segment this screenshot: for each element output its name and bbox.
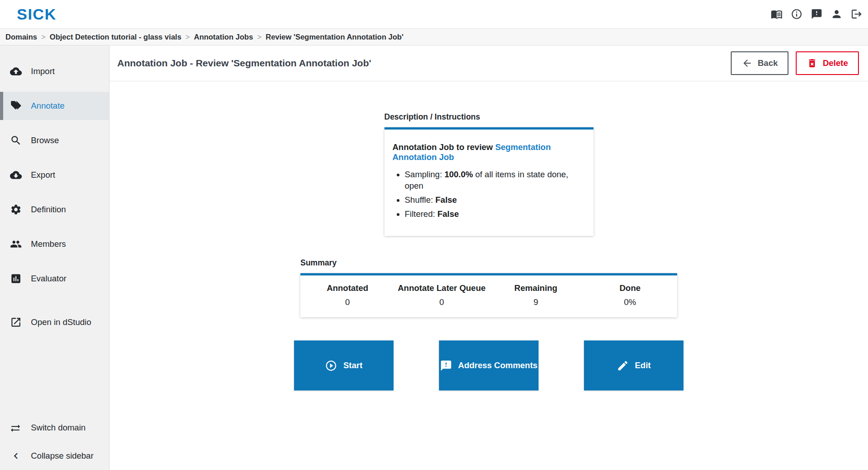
user-icon[interactable] bbox=[830, 8, 843, 20]
summary-value: 0 bbox=[394, 297, 489, 307]
pencil-icon bbox=[617, 360, 629, 372]
logout-icon[interactable] bbox=[850, 8, 863, 20]
tags-icon bbox=[10, 100, 22, 112]
actions-row: Start Address Comments Edit bbox=[294, 340, 683, 390]
description-section: Description / Instructions Annotation Jo… bbox=[384, 112, 594, 236]
sidebar-item-label: Annotate bbox=[31, 101, 65, 111]
summary-card: Annotated 0 Annotate Later Queue 0 Remai… bbox=[300, 273, 677, 317]
sidebar-item-label: Export bbox=[31, 170, 55, 180]
sidebar-item-switch-domain[interactable]: Switch domain bbox=[0, 414, 109, 442]
summary-value: 0% bbox=[583, 297, 677, 307]
cloud-upload-icon bbox=[10, 65, 22, 77]
info-icon[interactable] bbox=[790, 8, 803, 20]
comment-exclamation-icon bbox=[440, 360, 452, 372]
sidebar: Import Annotate Browse Export Definition… bbox=[0, 45, 110, 470]
breadcrumb-separator: > bbox=[257, 33, 262, 41]
sidebar-item-collapse-sidebar[interactable]: Collapse sidebar bbox=[0, 442, 109, 470]
breadcrumb-separator: > bbox=[185, 33, 190, 41]
summary-col-remaining: Remaining 9 bbox=[489, 283, 583, 317]
bullet-filtered: Filtered: False bbox=[405, 208, 585, 220]
sick-logo: SICK bbox=[17, 5, 56, 23]
bullet-prefix: Sampling: bbox=[405, 170, 444, 179]
play-circle-icon bbox=[325, 360, 337, 372]
sidebar-item-definition[interactable]: Definition bbox=[0, 195, 109, 224]
sidebar-footer: Switch domain Collapse sidebar bbox=[0, 414, 109, 470]
description-card: Annotation Job to review Segmentation An… bbox=[384, 127, 594, 236]
start-button-label: Start bbox=[343, 360, 362, 370]
summary-col-annotate-later-queue: Annotate Later Queue 0 bbox=[394, 283, 489, 317]
page-title: Annotation Job - Review 'Segmentation An… bbox=[117, 58, 371, 69]
sidebar-item-browse[interactable]: Browse bbox=[0, 126, 109, 155]
address-comments-button-label: Address Comments bbox=[458, 360, 538, 370]
feedback-icon[interactable] bbox=[810, 8, 823, 20]
sidebar-item-label: Switch domain bbox=[31, 423, 85, 433]
content-body: Description / Instructions Annotation Jo… bbox=[110, 81, 868, 390]
summary-label: Done bbox=[583, 283, 677, 293]
sidebar-item-label: Browse bbox=[31, 135, 59, 145]
topbar-icon-group bbox=[770, 8, 863, 20]
start-button[interactable]: Start bbox=[294, 340, 394, 390]
arrow-left-icon bbox=[742, 58, 753, 69]
documentation-icon[interactable] bbox=[770, 8, 783, 20]
back-button-label: Back bbox=[758, 58, 778, 68]
sidebar-item-label: Members bbox=[31, 239, 66, 249]
search-icon bbox=[10, 135, 22, 146]
content-area: Annotation Job - Review 'Segmentation An… bbox=[110, 45, 868, 470]
gear-icon bbox=[10, 204, 22, 215]
top-bar: SICK bbox=[0, 0, 868, 28]
sidebar-item-label: Collapse sidebar bbox=[31, 451, 94, 461]
breadcrumb-separator: > bbox=[41, 33, 46, 41]
summary-label: Annotated bbox=[300, 283, 394, 293]
bullet-prefix: Shuffle: bbox=[405, 195, 436, 205]
sidebar-item-label: Definition bbox=[31, 205, 66, 215]
swap-arrows-icon bbox=[10, 422, 22, 434]
delete-button-label: Delete bbox=[823, 58, 848, 68]
header-buttons: Back Delete bbox=[731, 51, 859, 75]
main-row: Import Annotate Browse Export Definition… bbox=[0, 45, 868, 470]
back-button[interactable]: Back bbox=[731, 51, 788, 75]
description-bullet-list: Sampling: 100.0% of all items in state d… bbox=[393, 169, 585, 220]
address-comments-button[interactable]: Address Comments bbox=[439, 340, 539, 390]
bullet-prefix: Filtered: bbox=[405, 209, 438, 219]
edit-button[interactable]: Edit bbox=[584, 340, 683, 390]
description-heading: Description / Instructions bbox=[384, 112, 594, 122]
summary-heading: Summary bbox=[300, 258, 677, 268]
sidebar-item-annotate[interactable]: Annotate bbox=[0, 92, 109, 120]
breadcrumb: Domains > Object Detection tutorial - gl… bbox=[0, 28, 868, 45]
bullet-bold-value: False bbox=[437, 209, 459, 219]
people-icon bbox=[10, 238, 22, 250]
summary-section: Summary Annotated 0 Annotate Later Queue… bbox=[300, 258, 677, 317]
bar-chart-icon bbox=[10, 273, 22, 285]
summary-col-annotated: Annotated 0 bbox=[300, 283, 394, 317]
sidebar-item-import[interactable]: Import bbox=[0, 57, 109, 85]
sidebar-item-label: Evaluator bbox=[31, 274, 66, 284]
summary-label: Remaining bbox=[489, 283, 583, 293]
summary-col-done: Done 0% bbox=[583, 283, 677, 317]
sidebar-item-members[interactable]: Members bbox=[0, 230, 109, 258]
breadcrumb-domain[interactable]: Object Detection tutorial - glass vials bbox=[50, 33, 181, 41]
sidebar-item-evaluator[interactable]: Evaluator bbox=[0, 265, 109, 293]
sidebar-item-label: Import bbox=[31, 66, 55, 76]
summary-value: 9 bbox=[489, 297, 583, 307]
edit-button-label: Edit bbox=[635, 360, 651, 370]
bullet-bold-value: 100.0% bbox=[444, 170, 473, 179]
cloud-download-icon bbox=[10, 169, 22, 181]
breadcrumb-annotation-jobs[interactable]: Annotation Jobs bbox=[194, 33, 253, 41]
sidebar-item-label: Open in dStudio bbox=[31, 317, 91, 327]
delete-button[interactable]: Delete bbox=[796, 51, 859, 75]
summary-label: Annotate Later Queue bbox=[394, 283, 489, 293]
trash-icon bbox=[807, 58, 818, 69]
bullet-bold-value: False bbox=[435, 195, 457, 205]
bullet-shuffle: Shuffle: False bbox=[405, 194, 585, 205]
breadcrumb-domains[interactable]: Domains bbox=[5, 33, 37, 41]
chevron-left-icon bbox=[10, 450, 22, 462]
breadcrumb-current-job: Review 'Segmentation Annotation Job' bbox=[266, 33, 404, 41]
sidebar-item-open-in-dstudio[interactable]: Open in dStudio bbox=[0, 308, 109, 336]
sidebar-item-export[interactable]: Export bbox=[0, 161, 109, 189]
summary-value: 0 bbox=[300, 297, 394, 307]
bullet-sampling: Sampling: 100.0% of all items in state d… bbox=[405, 169, 585, 191]
description-intro-text: Annotation Job to review bbox=[393, 142, 495, 152]
content-header: Annotation Job - Review 'Segmentation An… bbox=[110, 45, 868, 81]
open-external-icon bbox=[10, 316, 22, 328]
